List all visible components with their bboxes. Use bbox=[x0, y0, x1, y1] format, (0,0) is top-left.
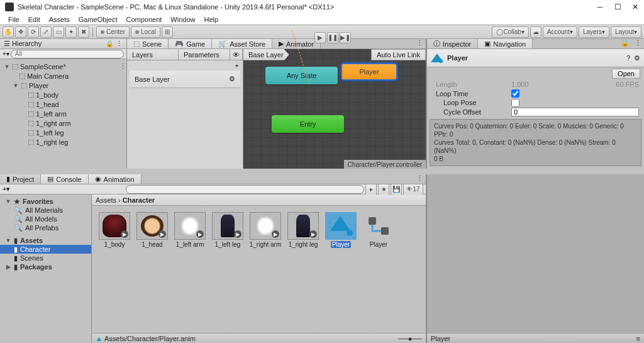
tab-console[interactable]: ▤ Console bbox=[41, 174, 88, 184]
tab-project[interactable]: ▮ Project bbox=[0, 174, 41, 184]
create-dropdown[interactable]: +▾ bbox=[3, 50, 9, 57]
tab-animation[interactable]: ◉ Animation bbox=[89, 174, 142, 184]
asset-grid: ▶1_body ▶1_head ▶1_left arm ▶1_left leg … bbox=[92, 206, 426, 333]
assets-folder[interactable]: ▼▮ Assets bbox=[0, 236, 91, 245]
loop-pose-label: Loop Pose bbox=[443, 99, 511, 106]
hierarchy-menu-icon[interactable]: ⋮ bbox=[116, 40, 123, 48]
asset-body[interactable]: ▶ bbox=[99, 212, 130, 240]
fav-all-prefabs[interactable]: 🔍 All Prefabs bbox=[0, 223, 91, 232]
rect-tool-icon[interactable]: ▭ bbox=[53, 26, 64, 38]
pivot-local-button[interactable]: Local bbox=[131, 26, 160, 38]
packages-folder[interactable]: ▶▮ Packages bbox=[0, 262, 91, 271]
cycle-offset-field[interactable] bbox=[511, 108, 639, 116]
project-search-input[interactable] bbox=[126, 185, 364, 194]
asset-head[interactable]: ▶ bbox=[136, 212, 168, 240]
pause-button[interactable]: ❚❚ bbox=[327, 32, 338, 43]
hierarchy-item-right-arm[interactable]: 1_right arm bbox=[36, 120, 71, 127]
menu-file[interactable]: File bbox=[4, 16, 24, 23]
menu-gameobject[interactable]: GameObject bbox=[74, 16, 122, 23]
tab-scene[interactable]: ⬚ Scene bbox=[127, 39, 169, 48]
tab-asset-store[interactable]: 🛒 Asset Store bbox=[212, 39, 272, 48]
folder-scenes[interactable]: ▮ Scenes bbox=[0, 254, 91, 262]
menu-edit[interactable]: Edit bbox=[24, 16, 45, 23]
project-menu-icon[interactable]: ⋮ bbox=[414, 174, 426, 184]
fav-all-materials[interactable]: 🔍 All Materials bbox=[0, 206, 91, 215]
snap-button[interactable]: ⊞ bbox=[162, 26, 173, 38]
asset-left-leg[interactable]: ▶ bbox=[212, 212, 243, 240]
menu-assets[interactable]: Assets bbox=[45, 16, 74, 23]
scene-icon: ⬚ bbox=[12, 62, 18, 70]
open-button[interactable]: Open bbox=[612, 69, 640, 79]
hierarchy-item-player[interactable]: Player bbox=[29, 82, 48, 89]
player-node[interactable]: Player bbox=[341, 63, 397, 81]
menu-help[interactable]: Help bbox=[199, 16, 223, 23]
filter-by-type-icon[interactable]: ▸ bbox=[365, 184, 377, 195]
animator-params-tab[interactable]: Parameters bbox=[179, 49, 230, 60]
tab-inspector[interactable]: ⓘ Inspector bbox=[427, 39, 478, 48]
rotate-tool-icon[interactable]: ⟳ bbox=[28, 26, 39, 38]
close-button[interactable]: ✕ bbox=[626, 0, 644, 14]
hierarchy-search-input[interactable] bbox=[11, 50, 124, 59]
scale-tool-icon[interactable]: ⤢ bbox=[40, 26, 52, 38]
hierarchy-item-body[interactable]: 1_body bbox=[36, 91, 58, 99]
layout-button[interactable]: Layout ▾ bbox=[611, 26, 641, 38]
gear-icon[interactable]: ⚙ bbox=[229, 75, 235, 83]
account-button[interactable]: Account ▾ bbox=[543, 26, 577, 38]
eye-icon[interactable]: 👁 bbox=[230, 49, 243, 60]
asset-player-controller[interactable] bbox=[363, 212, 394, 240]
scene-menu-icon[interactable]: ⋮ bbox=[119, 62, 126, 70]
tab-menu-icon[interactable]: ⋮ bbox=[414, 39, 426, 48]
maximize-button[interactable]: ☐ bbox=[609, 0, 626, 14]
hierarchy-lock-icon[interactable]: 🔒 bbox=[106, 40, 113, 47]
inspector-lock-icon[interactable]: 🔒 bbox=[618, 39, 632, 48]
hierarchy-item-main-camera[interactable]: Main Camera bbox=[27, 72, 69, 80]
minimize-button[interactable]: ─ bbox=[591, 0, 609, 14]
hand-tool-icon[interactable]: ✋ bbox=[3, 26, 14, 38]
favorites-header[interactable]: ▼★ Favorites bbox=[0, 197, 91, 206]
menu-component[interactable]: Component bbox=[121, 16, 166, 23]
hidden-count[interactable]: 👁17 bbox=[403, 184, 423, 195]
loop-time-checkbox[interactable] bbox=[511, 89, 519, 98]
custom-tool-icon[interactable]: ✖ bbox=[78, 26, 89, 38]
layers-button[interactable]: Layers ▾ bbox=[579, 26, 609, 38]
hierarchy-item-right-leg[interactable]: 1_right leg bbox=[36, 138, 68, 146]
asset-right-arm[interactable]: ▶ bbox=[250, 212, 281, 240]
collab-button[interactable]: ◯ Collab ▾ bbox=[492, 26, 528, 38]
asset-left-arm[interactable]: ▶ bbox=[174, 212, 206, 240]
create-asset-dropdown[interactable]: +▾ bbox=[3, 185, 10, 193]
cloud-icon[interactable]: ☁ bbox=[530, 26, 541, 38]
hierarchy-item-left-arm[interactable]: 1_left arm bbox=[36, 110, 67, 118]
save-search-icon[interactable]: 💾 bbox=[391, 184, 402, 195]
gear-icon[interactable]: ⚙ bbox=[634, 54, 640, 62]
animator-graph[interactable]: Base Layer Auto Live Link Any State Play… bbox=[243, 49, 426, 169]
asset-right-leg[interactable]: ▶ bbox=[287, 212, 319, 240]
pivot-center-button[interactable]: Center bbox=[96, 26, 130, 38]
animator-layers-tab[interactable]: Layers bbox=[127, 49, 179, 60]
entry-node[interactable]: Entry bbox=[272, 115, 344, 133]
filter-by-label-icon[interactable]: ★ bbox=[378, 184, 389, 195]
fav-all-models[interactable]: 🔍 All Models bbox=[0, 215, 91, 223]
tab-game[interactable]: 🎮 Game bbox=[169, 39, 212, 48]
hierarchy-item-left-leg[interactable]: 1_left leg bbox=[36, 129, 64, 137]
menu-window[interactable]: Window bbox=[166, 16, 199, 23]
hierarchy-item-head[interactable]: 1_head bbox=[36, 101, 59, 108]
loop-time-label: Loop Time bbox=[436, 90, 511, 98]
move-tool-icon[interactable]: ✥ bbox=[15, 26, 26, 38]
sample-scene-row[interactable]: SampleScene* bbox=[20, 63, 66, 70]
preview-menu-icon[interactable]: ≡ bbox=[636, 335, 640, 342]
transform-tool-icon[interactable]: ✦ bbox=[65, 26, 77, 38]
inspector-menu-icon[interactable]: ⋮ bbox=[632, 39, 644, 48]
folder-character[interactable]: ▮ Character bbox=[0, 245, 91, 254]
step-button[interactable]: ▶❚ bbox=[340, 32, 351, 43]
loop-pose-checkbox[interactable] bbox=[511, 99, 519, 107]
base-layer-row[interactable]: Base Layer ⚙ bbox=[130, 70, 240, 88]
thumbnail-size-slider[interactable]: ──●── bbox=[398, 335, 422, 342]
add-layer-icon[interactable]: + bbox=[235, 62, 239, 69]
any-state-node[interactable]: Any State bbox=[265, 67, 338, 84]
asset-player-anim[interactable] bbox=[325, 212, 357, 240]
play-button[interactable]: ▶ bbox=[314, 32, 326, 43]
hierarchy-tab[interactable]: ☰ Hierarchy bbox=[4, 40, 42, 48]
project-breadcrumb[interactable]: Assets › Character bbox=[92, 194, 426, 206]
help-icon[interactable]: ? bbox=[626, 54, 630, 62]
tab-navigation[interactable]: ▣ Navigation bbox=[478, 39, 533, 48]
